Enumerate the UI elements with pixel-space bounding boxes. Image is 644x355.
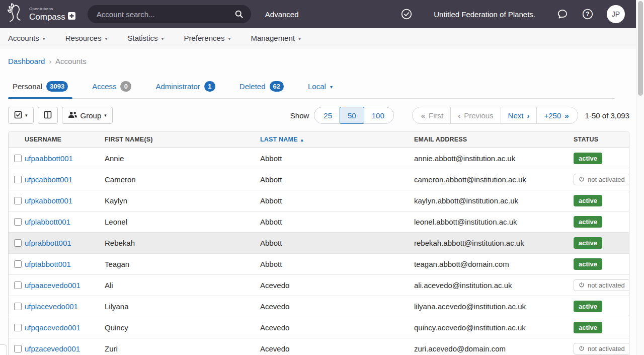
tab-administrator[interactable]: Administrator 1 bbox=[151, 81, 219, 98]
user-avatar[interactable]: JP bbox=[607, 5, 625, 23]
brand-name-label: Compass bbox=[29, 13, 65, 21]
tab-personal[interactable]: Personal 3093 bbox=[8, 81, 72, 98]
row-checkbox[interactable] bbox=[14, 260, 22, 268]
row-checkbox[interactable] bbox=[14, 197, 22, 204]
first-page-button[interactable]: « First bbox=[412, 107, 451, 124]
username-link[interactable]: ufpaacevedo001 bbox=[25, 281, 80, 290]
first-name-cell: Lilyana bbox=[105, 296, 260, 317]
column-header-status[interactable]: STATUS bbox=[574, 131, 629, 148]
tab-deleted[interactable]: Deleted 62 bbox=[235, 81, 288, 98]
page-size-100-button[interactable]: 100 bbox=[364, 107, 394, 124]
row-checkbox[interactable] bbox=[14, 218, 22, 226]
advanced-search-link[interactable]: Advanced bbox=[265, 10, 299, 19]
nav-item-management[interactable]: Management ▾ bbox=[251, 34, 301, 42]
show-label: Show bbox=[290, 111, 309, 120]
column-header-last-name[interactable]: LAST NAME▲ bbox=[260, 131, 414, 148]
column-header-username[interactable]: USERNAME bbox=[25, 131, 105, 148]
plus-box-icon bbox=[68, 12, 75, 21]
chevron-down-icon: ▾ bbox=[161, 35, 164, 41]
email-cell: cameron.abbott@institution.ac.uk bbox=[414, 169, 574, 190]
status-badge[interactable]: not activated bbox=[574, 174, 629, 185]
double-chevron-right-icon: » bbox=[565, 111, 569, 120]
username-link[interactable]: ufpzacevedo001 bbox=[25, 344, 80, 353]
first-name-cell: Annie bbox=[105, 148, 260, 169]
openathens-compass-logo[interactable]: OpenAthens Compass bbox=[7, 3, 75, 26]
row-checkbox[interactable] bbox=[14, 239, 22, 247]
nav-item-statistics[interactable]: Statistics ▾ bbox=[127, 34, 164, 42]
row-checkbox[interactable] bbox=[14, 281, 22, 289]
vertical-scrollbar[interactable] bbox=[636, 0, 644, 355]
username-link[interactable]: ufptabbott001 bbox=[25, 260, 71, 268]
double-chevron-left-icon: « bbox=[421, 111, 425, 120]
table-row: ufpqacevedo001 Quincy Acevedo quincy.ace… bbox=[9, 317, 629, 338]
email-cell: teagan.abbott@domain.com bbox=[414, 253, 574, 274]
breadcrumb: Dashboard › Accounts bbox=[8, 57, 636, 65]
next-page-button[interactable]: Next › bbox=[501, 107, 537, 124]
result-range-label: 1-50 of 3,093 bbox=[585, 111, 629, 120]
table-row: ufpcabbott001 Cameron Abbott cameron.abb… bbox=[9, 169, 629, 190]
last-name-cell: Abbott bbox=[260, 169, 414, 190]
row-checkbox[interactable] bbox=[14, 176, 22, 183]
check-circle-icon[interactable] bbox=[400, 8, 413, 20]
breadcrumb-dashboard-link[interactable]: Dashboard bbox=[8, 57, 45, 65]
row-checkbox[interactable] bbox=[14, 345, 22, 352]
email-cell: kaylyn.abbott@institution.ac.uk bbox=[414, 190, 574, 211]
columns-button[interactable] bbox=[38, 107, 58, 124]
account-table-body: ufpaabbott001 Annie Abbott annie.abbott@… bbox=[9, 148, 629, 355]
status-badge[interactable]: not activated bbox=[574, 343, 629, 354]
username-link[interactable]: ufpqacevedo001 bbox=[25, 323, 80, 332]
chat-bubble-icon[interactable] bbox=[556, 8, 569, 20]
tab-count-badge: 0 bbox=[120, 81, 131, 92]
group-dropdown-button[interactable]: Group ▾ bbox=[62, 107, 113, 124]
help-icon[interactable]: ? bbox=[582, 8, 594, 20]
page-size-50-button[interactable]: 50 bbox=[340, 107, 364, 124]
username-link[interactable]: ufplacevedo001 bbox=[25, 302, 78, 311]
tab-count-badge: 3093 bbox=[46, 81, 68, 92]
link-preview-tooltip bbox=[0, 344, 7, 355]
app-header: OpenAthens Compass Advanced bbox=[0, 0, 644, 28]
chevron-down-icon: ▾ bbox=[330, 83, 333, 90]
username-link[interactable]: ufpkabbott001 bbox=[25, 196, 72, 205]
username-link[interactable]: ufprabbott001 bbox=[25, 239, 71, 247]
first-name-cell: Teagan bbox=[105, 253, 260, 274]
page-size-25-button[interactable]: 25 bbox=[314, 107, 340, 124]
previous-page-button[interactable]: ‹ Previous bbox=[450, 107, 501, 124]
username-link[interactable]: ufplabbott001 bbox=[25, 218, 70, 226]
username-link[interactable]: ufpaabbott001 bbox=[25, 154, 73, 163]
column-header-first-name[interactable]: FIRST NAME(S) bbox=[105, 131, 260, 148]
row-checkbox[interactable] bbox=[14, 324, 22, 331]
status-badge: active bbox=[574, 301, 602, 312]
chevron-down-icon: ▾ bbox=[104, 113, 107, 118]
tab-access[interactable]: Access 0 bbox=[88, 81, 136, 98]
last-name-cell: Abbott bbox=[260, 232, 414, 253]
username-link[interactable]: ufpcabbott001 bbox=[25, 175, 72, 184]
email-cell: quincy.acevedo@institution.ac.uk bbox=[414, 317, 574, 338]
select-all-dropdown-button[interactable]: ▾ bbox=[8, 107, 34, 124]
checkbox-checked-icon bbox=[14, 111, 22, 120]
list-toolbar: ▾ Group ▾ Show 25 50 100 « First bbox=[8, 107, 629, 124]
nav-item-accounts[interactable]: Accounts ▾ bbox=[8, 34, 45, 42]
chevron-down-icon: ▾ bbox=[105, 35, 107, 41]
sort-asc-icon: ▲ bbox=[300, 137, 304, 143]
first-name-cell: Leonel bbox=[105, 211, 260, 232]
last-name-cell: Acevedo bbox=[260, 296, 414, 317]
scrollbar-thumb[interactable] bbox=[638, 1, 643, 96]
column-header-email[interactable]: EMAIL ADDRESS bbox=[414, 131, 574, 148]
row-checkbox[interactable] bbox=[14, 303, 22, 310]
jump-250-button[interactable]: +250 » bbox=[536, 107, 578, 124]
row-checkbox[interactable] bbox=[14, 155, 22, 162]
page-size-group: 25 50 100 bbox=[314, 107, 393, 124]
tab-local[interactable]: Local ▾ bbox=[303, 81, 337, 98]
nav-item-preferences[interactable]: Preferences ▾ bbox=[184, 34, 231, 42]
search-icon[interactable] bbox=[234, 9, 244, 19]
last-name-cell: Abbott bbox=[260, 190, 414, 211]
nav-item-resources[interactable]: Resources ▾ bbox=[65, 34, 108, 42]
account-search-input[interactable] bbox=[97, 10, 234, 19]
email-cell: annie.abbott@institution.ac.uk bbox=[414, 148, 574, 169]
header-checkbox-cell bbox=[9, 131, 25, 148]
power-icon bbox=[579, 282, 585, 288]
status-badge[interactable]: not activated bbox=[574, 279, 629, 291]
svg-text:?: ? bbox=[586, 11, 589, 18]
status-badge: active bbox=[574, 322, 602, 333]
brand-top-label: OpenAthens bbox=[29, 7, 75, 11]
